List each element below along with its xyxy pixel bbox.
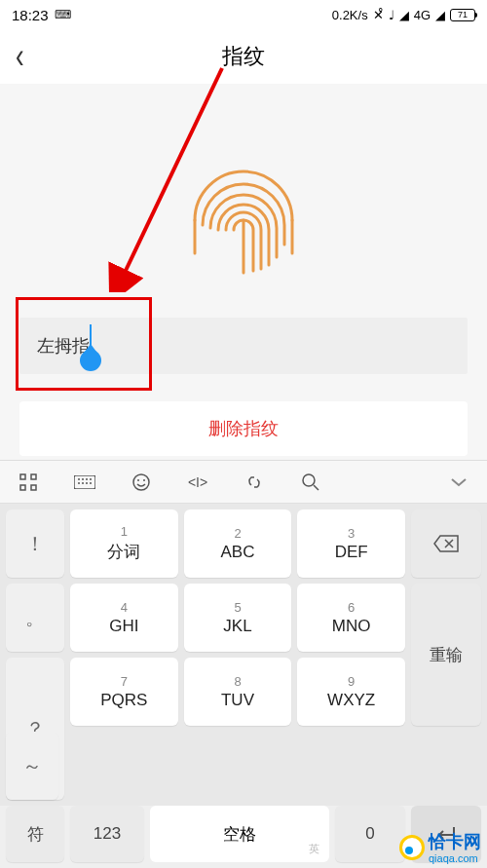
key-numbers[interactable]: 123 (70, 806, 144, 862)
svg-point-12 (82, 482, 84, 484)
key-6-mno[interactable]: 6MNO (297, 584, 405, 652)
key-3-def[interactable]: 3DEF (297, 509, 405, 578)
status-left: 18:23 ⌨ (12, 7, 71, 23)
kb-tool-collapse-icon[interactable] (431, 476, 487, 488)
svg-rect-2 (20, 474, 25, 479)
keyboard-toolbar: <I> (0, 461, 487, 504)
key-5-jkl[interactable]: 5JKL (184, 584, 292, 652)
kb-tool-clipboard-icon[interactable] (226, 472, 282, 492)
fingerprint-graphic-area (0, 84, 487, 318)
svg-point-19 (303, 474, 315, 486)
fingerprint-icon (166, 123, 321, 279)
status-bar: 18:23 ⌨ 0.2K/s ✕̊ ♩ ◢ 4G ◢ 71 (0, 0, 487, 29)
svg-point-16 (137, 479, 139, 481)
signal-icon: ◢ (399, 8, 409, 22)
key-7-pqrs[interactable]: 7PQRS (70, 658, 178, 726)
backspace-icon (433, 535, 459, 552)
watermark-name: 恰卡网 (429, 832, 481, 851)
kb-tool-grid-icon[interactable] (0, 473, 56, 491)
svg-point-15 (133, 474, 149, 490)
kb-tool-emoji-icon[interactable] (113, 472, 169, 492)
svg-rect-3 (31, 474, 36, 479)
keyboard-keys: ！ 1分词 2ABC 3DEF 。 4GHI 5JKL 6MNO 重输 ？ 7P… (0, 504, 487, 806)
page-title: 指纹 (222, 42, 265, 71)
key-space[interactable]: 空格 英 (150, 806, 329, 862)
svg-rect-4 (20, 485, 25, 490)
dnd-icon: ✕̊ (373, 8, 384, 22)
key-punct-period[interactable]: 。 (6, 584, 64, 652)
key-retype[interactable]: 重输 (411, 584, 481, 726)
battery-icon: 71 (450, 9, 475, 21)
kb-tool-keyboard-icon[interactable] (56, 475, 113, 489)
svg-point-14 (90, 482, 92, 484)
network-speed: 0.2K/s (332, 8, 368, 22)
title-bar: ‹ 指纹 (0, 29, 487, 84)
key-2-abc[interactable]: 2ABC (184, 509, 292, 578)
delete-fingerprint-label: 删除指纹 (208, 417, 279, 440)
kb-tool-cursor-icon[interactable]: <I> (169, 474, 226, 490)
key-0[interactable]: 0 (335, 806, 405, 862)
svg-point-8 (82, 478, 84, 480)
key-punct-exclaim[interactable]: ！ (6, 509, 64, 578)
ime-icon: ⌨ (55, 8, 71, 21)
key-backspace[interactable] (411, 509, 481, 578)
svg-point-9 (86, 478, 88, 480)
key-punct-tilde-visible[interactable]: ～ (6, 732, 58, 800)
status-right: 0.2K/s ✕̊ ♩ ◢ 4G ◢ 71 (332, 8, 475, 22)
status-time: 18:23 (12, 7, 49, 23)
svg-point-10 (90, 478, 92, 480)
svg-point-17 (143, 479, 145, 481)
back-button[interactable]: ‹ (16, 35, 24, 77)
key-1[interactable]: 1分词 (70, 509, 178, 578)
watermark-url: qiaqa.com (429, 853, 481, 864)
keyboard: <I> ！ 1分词 2ABC 3DEF 。 4GHI 5JKL 6MNO 重输 … (0, 460, 487, 868)
key-9-wxyz[interactable]: 9WXYZ (297, 658, 405, 726)
fingerprint-name-input[interactable]: 左拇指 (19, 318, 468, 374)
svg-point-11 (78, 482, 80, 484)
svg-point-7 (78, 478, 80, 480)
key-8-tuv[interactable]: 8TUV (184, 658, 292, 726)
key-symbols[interactable]: 符 (6, 806, 64, 862)
svg-line-20 (314, 485, 318, 490)
network-type: 4G (414, 8, 431, 22)
watermark-logo-icon (399, 835, 425, 860)
signal2-icon: ◢ (435, 8, 445, 22)
svg-rect-5 (31, 485, 36, 490)
key-4-ghi[interactable]: 4GHI (70, 584, 178, 652)
svg-point-13 (86, 482, 88, 484)
delete-fingerprint-button[interactable]: 删除指纹 (19, 401, 468, 456)
key-space-lang: 英 (309, 842, 319, 856)
watermark: 恰卡网 qiaqa.com (399, 830, 481, 864)
kb-tool-search-icon[interactable] (282, 472, 339, 492)
svg-text:<I>: <I> (188, 474, 207, 490)
svg-rect-6 (74, 475, 95, 489)
content-area: 左拇指 删除指纹 (0, 84, 487, 456)
bell-icon: ♩ (389, 8, 394, 22)
